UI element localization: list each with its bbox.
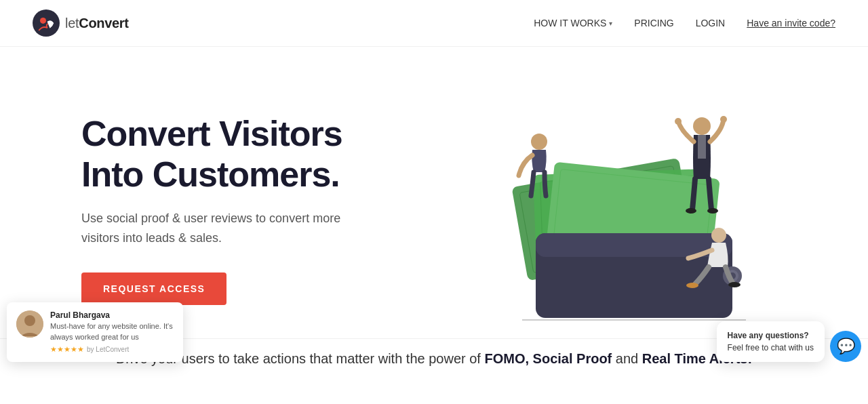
nav-links: HOW IT WORKS ▾ PRICING LOGIN Have an inv…: [534, 18, 835, 28]
social-proof-toast: Parul Bhargava Must-have for any website…: [7, 302, 183, 362]
logo-icon: [33, 9, 60, 37]
toast-avatar: [16, 310, 43, 338]
chat-widget: Have any questions? Feel free to chat wi…: [717, 321, 861, 362]
svg-point-17: [720, 116, 727, 123]
chevron-down-icon: ▾: [609, 20, 612, 27]
toast-footer: ★★★★★ by LetConvert: [50, 345, 174, 354]
nav-invite-code[interactable]: Have an invite code?: [747, 18, 835, 28]
toast-reviewer-name: Parul Bhargava: [50, 310, 174, 320]
toast-brand: by LetConvert: [87, 346, 129, 353]
svg-point-18: [686, 208, 696, 214]
toast-review-text: Must-have for any website online. It's a…: [50, 321, 174, 342]
svg-point-20: [711, 228, 726, 243]
toast-stars: ★★★★★: [50, 345, 84, 354]
nav-how-it-works[interactable]: HOW IT WORKS ▾: [534, 18, 612, 28]
logo[interactable]: letConvert: [33, 9, 129, 37]
chat-icon: 💬: [837, 338, 855, 355]
svg-point-19: [707, 208, 718, 214]
nav-login[interactable]: LOGIN: [696, 18, 726, 28]
svg-point-21: [686, 283, 698, 288]
svg-point-24: [24, 315, 35, 326]
hero-copy: Convert Visitors Into Customers. Use soc…: [81, 107, 434, 304]
svg-point-15: [693, 117, 711, 135]
hero-illustration: [434, 77, 814, 335]
navbar: letConvert HOW IT WORKS ▾ PRICING LOGIN …: [0, 0, 868, 47]
svg-point-22: [728, 282, 741, 287]
hero-section: Convert Visitors Into Customers. Use soc…: [0, 47, 868, 338]
nav-pricing[interactable]: PRICING: [634, 18, 673, 28]
svg-point-0: [34, 11, 58, 35]
request-access-button[interactable]: REQUEST ACCESS: [81, 272, 226, 305]
wallet-illustration: [481, 104, 766, 335]
toast-content: Parul Bhargava Must-have for any website…: [50, 310, 174, 354]
chat-bubble: Have any questions? Feel free to chat wi…: [717, 321, 825, 362]
svg-point-16: [675, 118, 682, 125]
logo-text: letConvert: [65, 16, 129, 31]
hero-subtitle: Use social proof & user reviews to conve…: [81, 209, 353, 248]
hero-title: Convert Visitors Into Customers.: [81, 114, 434, 195]
chat-open-button[interactable]: 💬: [830, 331, 861, 362]
svg-point-1: [40, 18, 46, 24]
svg-point-14: [531, 134, 547, 150]
